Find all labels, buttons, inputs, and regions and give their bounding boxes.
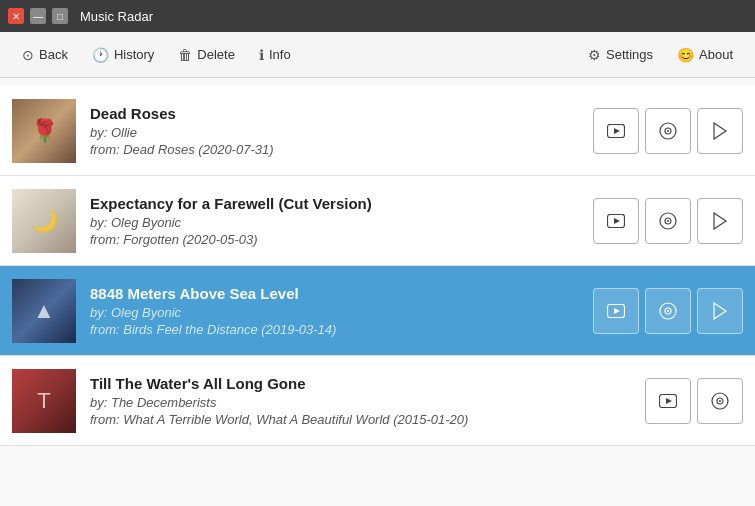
svg-marker-17 bbox=[714, 303, 726, 319]
youtube-button[interactable] bbox=[593, 288, 639, 334]
track-artist: by: The Decemberists bbox=[90, 395, 633, 410]
svg-point-4 bbox=[667, 130, 669, 132]
play-button[interactable] bbox=[697, 288, 743, 334]
delete-button[interactable]: 🗑 Delete bbox=[168, 42, 245, 68]
svg-marker-11 bbox=[714, 213, 726, 229]
track-info: Dead Roses by: Ollie from: Dead Roses (2… bbox=[90, 105, 581, 157]
track-thumbnail: 🌹 bbox=[12, 99, 76, 163]
track-actions bbox=[593, 288, 743, 334]
delete-icon: 🗑 bbox=[178, 47, 192, 63]
track-artist: by: Ollie bbox=[90, 125, 581, 140]
svg-marker-5 bbox=[714, 123, 726, 139]
history-icon: 🕐 bbox=[92, 47, 109, 63]
track-title: Dead Roses bbox=[90, 105, 581, 122]
track-title: 8848 Meters Above Sea Level bbox=[90, 285, 581, 302]
back-button[interactable]: ⊙ Back bbox=[12, 42, 78, 68]
svg-marker-19 bbox=[666, 398, 672, 404]
content-area: 🌹 Dead Roses by: Ollie from: Dead Roses … bbox=[0, 78, 755, 506]
track-album: from: Birds Feel the Distance (2019-03-1… bbox=[90, 322, 581, 337]
settings-button[interactable]: ⚙ Settings bbox=[578, 42, 663, 68]
info-button[interactable]: ℹ Info bbox=[249, 42, 301, 68]
track-info: Expectancy for a Farewell (Cut Version) … bbox=[90, 195, 581, 247]
history-button[interactable]: 🕐 History bbox=[82, 42, 164, 68]
track-actions bbox=[593, 108, 743, 154]
track-thumbnail: T bbox=[12, 369, 76, 433]
about-button[interactable]: 😊 About bbox=[667, 42, 743, 68]
svg-marker-7 bbox=[614, 218, 620, 224]
toolbar: ⊙ Back 🕐 History 🗑 Delete ℹ Info ⚙ Setti… bbox=[0, 32, 755, 78]
delete-label: Delete bbox=[197, 47, 235, 62]
svg-point-10 bbox=[667, 220, 669, 222]
close-button[interactable]: ✕ bbox=[8, 8, 24, 24]
svg-point-22 bbox=[719, 400, 721, 402]
spotify-button[interactable] bbox=[645, 198, 691, 244]
youtube-button[interactable] bbox=[593, 108, 639, 154]
window-controls: ✕ — □ bbox=[8, 8, 68, 24]
title-bar: ✕ — □ Music Radar bbox=[0, 0, 755, 32]
spotify-button[interactable] bbox=[645, 288, 691, 334]
spotify-button[interactable] bbox=[645, 108, 691, 154]
track-album: from: Dead Roses (2020-07-31) bbox=[90, 142, 581, 157]
track-actions bbox=[645, 378, 743, 424]
track-artist: by: Oleg Byonic bbox=[90, 305, 581, 320]
track-album: from: What A Terrible World, What A Beau… bbox=[90, 412, 633, 427]
about-icon: 😊 bbox=[677, 47, 694, 63]
track-title: Expectancy for a Farewell (Cut Version) bbox=[90, 195, 581, 212]
svg-marker-13 bbox=[614, 308, 620, 314]
play-button[interactable] bbox=[697, 198, 743, 244]
track-info: Till The Water's All Long Gone by: The D… bbox=[90, 375, 633, 427]
track-item[interactable]: ▲ 8848 Meters Above Sea Level by: Oleg B… bbox=[0, 266, 755, 356]
svg-point-16 bbox=[667, 310, 669, 312]
maximize-button[interactable]: □ bbox=[52, 8, 68, 24]
track-album: from: Forgotten (2020-05-03) bbox=[90, 232, 581, 247]
play-button[interactable] bbox=[697, 108, 743, 154]
history-label: History bbox=[114, 47, 154, 62]
back-icon: ⊙ bbox=[22, 47, 34, 63]
track-thumbnail: 🌙 bbox=[12, 189, 76, 253]
about-label: About bbox=[699, 47, 733, 62]
info-label: Info bbox=[269, 47, 291, 62]
settings-label: Settings bbox=[606, 47, 653, 62]
track-info: 8848 Meters Above Sea Level by: Oleg Byo… bbox=[90, 285, 581, 337]
settings-icon: ⚙ bbox=[588, 47, 601, 63]
minimize-button[interactable]: — bbox=[30, 8, 46, 24]
back-label: Back bbox=[39, 47, 68, 62]
youtube-button[interactable] bbox=[593, 198, 639, 244]
track-list[interactable]: 🌹 Dead Roses by: Ollie from: Dead Roses … bbox=[0, 78, 755, 506]
track-thumbnail: ▲ bbox=[12, 279, 76, 343]
track-item[interactable]: 🌹 Dead Roses by: Ollie from: Dead Roses … bbox=[0, 86, 755, 176]
track-item[interactable]: T Till The Water's All Long Gone by: The… bbox=[0, 356, 755, 446]
track-actions bbox=[593, 198, 743, 244]
info-icon: ℹ bbox=[259, 47, 264, 63]
track-title: Till The Water's All Long Gone bbox=[90, 375, 633, 392]
youtube-button[interactable] bbox=[645, 378, 691, 424]
track-item[interactable]: 🌙 Expectancy for a Farewell (Cut Version… bbox=[0, 176, 755, 266]
app-title: Music Radar bbox=[80, 9, 153, 24]
svg-marker-1 bbox=[614, 128, 620, 134]
track-artist: by: Oleg Byonic bbox=[90, 215, 581, 230]
spotify-button[interactable] bbox=[697, 378, 743, 424]
